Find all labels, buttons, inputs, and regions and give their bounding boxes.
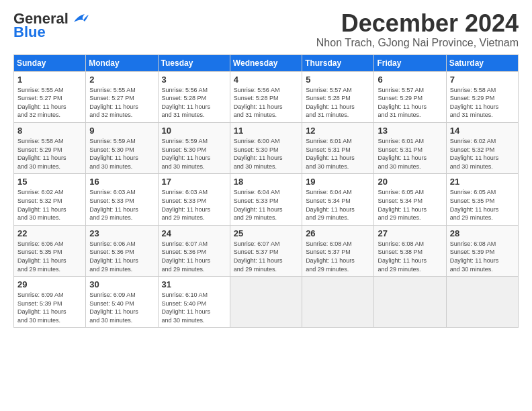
calendar-cell <box>230 277 302 328</box>
calendar-header-sunday: Sunday <box>14 54 86 71</box>
day-info: Sunrise: 6:06 AM Sunset: 5:35 PM Dayligh… <box>17 240 82 273</box>
day-info: Sunrise: 6:07 AM Sunset: 5:36 PM Dayligh… <box>162 240 226 273</box>
day-info: Sunrise: 5:58 AM Sunset: 5:29 PM Dayligh… <box>17 137 82 171</box>
day-number: 9 <box>89 126 154 136</box>
day-info: Sunrise: 6:04 AM Sunset: 5:33 PM Dayligh… <box>234 188 298 222</box>
calendar-header-friday: Friday <box>374 54 446 71</box>
calendar-cell: 21Sunrise: 6:05 AM Sunset: 5:35 PM Dayli… <box>446 174 518 225</box>
day-number: 30 <box>89 279 154 289</box>
day-info: Sunrise: 6:02 AM Sunset: 5:32 PM Dayligh… <box>17 188 82 222</box>
day-number: 31 <box>162 279 226 289</box>
calendar-cell: 20Sunrise: 6:05 AM Sunset: 5:34 PM Dayli… <box>374 174 446 225</box>
calendar-week-2: 8Sunrise: 5:58 AM Sunset: 5:29 PM Daylig… <box>14 122 519 173</box>
day-info: Sunrise: 5:56 AM Sunset: 5:28 PM Dayligh… <box>162 86 226 120</box>
calendar-header-tuesday: Tuesday <box>158 54 230 71</box>
calendar-header-row: SundayMondayTuesdayWednesdayThursdayFrid… <box>14 54 519 71</box>
calendar-cell <box>302 277 374 328</box>
calendar-cell: 12Sunrise: 6:01 AM Sunset: 5:31 PM Dayli… <box>302 122 374 173</box>
calendar-cell: 9Sunrise: 5:59 AM Sunset: 5:30 PM Daylig… <box>86 122 158 173</box>
day-info: Sunrise: 6:02 AM Sunset: 5:32 PM Dayligh… <box>450 137 515 171</box>
day-info: Sunrise: 6:01 AM Sunset: 5:31 PM Dayligh… <box>306 137 370 171</box>
calendar-cell: 7Sunrise: 5:58 AM Sunset: 5:29 PM Daylig… <box>446 71 518 122</box>
calendar-cell: 16Sunrise: 6:03 AM Sunset: 5:33 PM Dayli… <box>86 174 158 225</box>
calendar-cell: 24Sunrise: 6:07 AM Sunset: 5:36 PM Dayli… <box>158 225 230 276</box>
calendar-cell: 27Sunrise: 6:08 AM Sunset: 5:38 PM Dayli… <box>374 225 446 276</box>
calendar-header-saturday: Saturday <box>446 54 518 71</box>
day-info: Sunrise: 6:04 AM Sunset: 5:34 PM Dayligh… <box>306 188 370 222</box>
calendar-cell <box>446 277 518 328</box>
day-number: 28 <box>450 228 515 238</box>
day-info: Sunrise: 6:08 AM Sunset: 5:37 PM Dayligh… <box>306 240 370 273</box>
day-number: 24 <box>162 228 226 238</box>
day-number: 27 <box>378 228 442 238</box>
day-info: Sunrise: 6:05 AM Sunset: 5:35 PM Dayligh… <box>450 188 515 222</box>
calendar-cell: 4Sunrise: 5:56 AM Sunset: 5:28 PM Daylig… <box>230 71 302 122</box>
calendar-cell: 31Sunrise: 6:10 AM Sunset: 5:40 PM Dayli… <box>158 277 230 328</box>
day-number: 26 <box>306 228 370 238</box>
calendar-week-1: 1Sunrise: 5:55 AM Sunset: 5:27 PM Daylig… <box>14 71 519 122</box>
title-section: December 2024 Nhon Trach, GJong Nai Prov… <box>316 10 519 49</box>
calendar-cell <box>374 277 446 328</box>
day-number: 21 <box>450 177 515 187</box>
day-number: 25 <box>234 228 298 238</box>
day-info: Sunrise: 5:57 AM Sunset: 5:29 PM Dayligh… <box>378 86 442 120</box>
day-number: 19 <box>306 177 370 187</box>
calendar-cell: 5Sunrise: 5:57 AM Sunset: 5:28 PM Daylig… <box>302 71 374 122</box>
page-subtitle: Nhon Trach, GJong Nai Province, Vietnam <box>316 37 519 49</box>
day-info: Sunrise: 5:59 AM Sunset: 5:30 PM Dayligh… <box>162 137 226 171</box>
calendar-cell: 23Sunrise: 6:06 AM Sunset: 5:36 PM Dayli… <box>86 225 158 276</box>
day-number: 10 <box>162 126 226 136</box>
page-title: December 2024 <box>316 10 519 37</box>
calendar-cell: 14Sunrise: 6:02 AM Sunset: 5:32 PM Dayli… <box>446 122 518 173</box>
day-number: 3 <box>162 75 226 85</box>
day-number: 16 <box>89 177 154 187</box>
day-info: Sunrise: 6:07 AM Sunset: 5:37 PM Dayligh… <box>234 240 298 273</box>
logo: General Blue <box>13 10 90 41</box>
logo-bird-icon <box>71 12 90 26</box>
day-info: Sunrise: 6:08 AM Sunset: 5:38 PM Dayligh… <box>378 240 442 273</box>
calendar-cell: 19Sunrise: 6:04 AM Sunset: 5:34 PM Dayli… <box>302 174 374 225</box>
day-number: 12 <box>306 126 370 136</box>
day-number: 18 <box>234 177 298 187</box>
day-number: 23 <box>89 228 154 238</box>
day-number: 15 <box>17 177 82 187</box>
day-number: 6 <box>378 75 442 85</box>
day-info: Sunrise: 6:03 AM Sunset: 5:33 PM Dayligh… <box>89 188 154 222</box>
day-info: Sunrise: 6:03 AM Sunset: 5:33 PM Dayligh… <box>162 188 226 222</box>
day-number: 4 <box>234 75 298 85</box>
calendar-cell: 30Sunrise: 6:09 AM Sunset: 5:40 PM Dayli… <box>86 277 158 328</box>
day-info: Sunrise: 5:58 AM Sunset: 5:29 PM Dayligh… <box>450 86 515 120</box>
calendar-cell: 10Sunrise: 5:59 AM Sunset: 5:30 PM Dayli… <box>158 122 230 173</box>
calendar-cell: 28Sunrise: 6:08 AM Sunset: 5:39 PM Dayli… <box>446 225 518 276</box>
day-number: 8 <box>17 126 82 136</box>
calendar-cell: 11Sunrise: 6:00 AM Sunset: 5:30 PM Dayli… <box>230 122 302 173</box>
day-number: 11 <box>234 126 298 136</box>
calendar-cell: 17Sunrise: 6:03 AM Sunset: 5:33 PM Dayli… <box>158 174 230 225</box>
day-number: 20 <box>378 177 442 187</box>
calendar-cell: 3Sunrise: 5:56 AM Sunset: 5:28 PM Daylig… <box>158 71 230 122</box>
calendar-week-5: 29Sunrise: 6:09 AM Sunset: 5:39 PM Dayli… <box>14 277 519 328</box>
day-number: 17 <box>162 177 226 187</box>
page-header: General Blue December 2024 Nhon Trach, G… <box>13 10 519 49</box>
day-number: 5 <box>306 75 370 85</box>
calendar-table: SundayMondayTuesdayWednesdayThursdayFrid… <box>13 54 519 328</box>
day-info: Sunrise: 6:10 AM Sunset: 5:40 PM Dayligh… <box>162 291 226 324</box>
day-number: 1 <box>17 75 82 85</box>
calendar-cell: 22Sunrise: 6:06 AM Sunset: 5:35 PM Dayli… <box>14 225 86 276</box>
day-number: 13 <box>378 126 442 136</box>
calendar-cell: 13Sunrise: 6:01 AM Sunset: 5:31 PM Dayli… <box>374 122 446 173</box>
day-info: Sunrise: 6:01 AM Sunset: 5:31 PM Dayligh… <box>378 137 442 171</box>
day-info: Sunrise: 5:55 AM Sunset: 5:27 PM Dayligh… <box>17 86 82 120</box>
calendar-header-monday: Monday <box>86 54 158 71</box>
calendar-cell: 8Sunrise: 5:58 AM Sunset: 5:29 PM Daylig… <box>14 122 86 173</box>
calendar-cell: 2Sunrise: 5:55 AM Sunset: 5:27 PM Daylig… <box>86 71 158 122</box>
day-info: Sunrise: 6:08 AM Sunset: 5:39 PM Dayligh… <box>450 240 515 273</box>
day-info: Sunrise: 5:56 AM Sunset: 5:28 PM Dayligh… <box>234 86 298 120</box>
day-number: 7 <box>450 75 515 85</box>
day-number: 14 <box>450 126 515 136</box>
day-number: 22 <box>17 228 82 238</box>
day-info: Sunrise: 5:59 AM Sunset: 5:30 PM Dayligh… <box>89 137 154 171</box>
day-number: 2 <box>89 75 154 85</box>
calendar-cell: 26Sunrise: 6:08 AM Sunset: 5:37 PM Dayli… <box>302 225 374 276</box>
day-info: Sunrise: 6:00 AM Sunset: 5:30 PM Dayligh… <box>234 137 298 171</box>
